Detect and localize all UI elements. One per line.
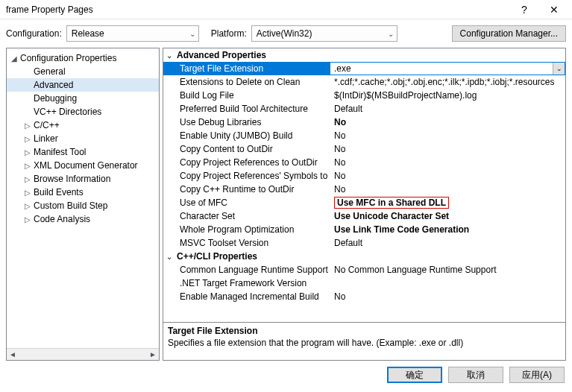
tree-expand-icon[interactable]: ▷ [25, 121, 34, 130]
property-value[interactable]: Use MFC in a Shared DLL [330, 196, 565, 209]
tree-item[interactable]: General [7, 65, 159, 78]
tree-expand-icon[interactable]: ▷ [25, 189, 34, 197]
cancel-button[interactable]: 取消 [448, 367, 503, 383]
property-name: Use of MFC [163, 196, 330, 209]
tree-item[interactable]: ▷Linker [7, 132, 159, 145]
tree-item[interactable]: ▷Manifest Tool [7, 145, 159, 159]
description-title: Target File Extension [168, 326, 561, 336]
tree-root[interactable]: ◢ Configuration Properties [7, 51, 159, 65]
property-grid[interactable]: ⌄Advanced PropertiesTarget File Extensio… [163, 48, 566, 323]
ok-button[interactable]: 确定 [387, 367, 442, 383]
config-manager-button[interactable]: Configuration Manager... [452, 25, 566, 42]
property-row[interactable]: Common Language Runtime SupportNo Common… [163, 263, 565, 276]
property-row[interactable]: Use Debug LibrariesNo [163, 116, 565, 129]
group-collapse-icon[interactable]: ⌄ [166, 253, 177, 261]
tree-expand-icon[interactable]: ▷ [25, 148, 34, 157]
tree-item-label: Build Events [34, 187, 84, 197]
config-value: Release [72, 28, 104, 39]
tree-h-scrollbar[interactable]: ◄ ► [7, 348, 159, 360]
tree-item-label: Code Analysis [34, 214, 90, 224]
chevron-down-icon: ⌄ [189, 30, 195, 38]
property-row[interactable]: .NET Target Framework Version [163, 276, 565, 290]
property-value[interactable]: *.cdf;*.cache;*.obj;*.obj.enc;*.ilk;*.ip… [330, 75, 565, 89]
property-value[interactable]: Use Unicode Character Set [330, 209, 565, 223]
property-row[interactable]: Copy Content to OutDirNo [163, 142, 565, 156]
tree-expand-icon[interactable]: ▷ [25, 162, 34, 170]
group-header[interactable]: ⌄C++/CLI Properties [163, 250, 565, 263]
close-button[interactable]: ✕ [539, 0, 569, 19]
tree-expand-icon[interactable]: ▷ [25, 135, 34, 143]
tree-item[interactable]: ▷Browse Information [7, 172, 159, 186]
tree-pane: ◢ Configuration Properties GeneralAdvanc… [6, 48, 160, 361]
property-value[interactable]: No [330, 142, 565, 156]
tree-collapse-icon[interactable]: ◢ [11, 54, 20, 63]
property-name: Preferred Build Tool Architecture [163, 102, 330, 116]
tree-item[interactable]: ▷Build Events [7, 186, 159, 199]
property-name: Enable Managed Incremental Build [163, 290, 330, 303]
property-value[interactable]: No [330, 169, 565, 183]
property-row[interactable]: Copy Project References to OutDirNo [163, 156, 565, 169]
property-name: Extensions to Delete on Clean [163, 75, 330, 89]
property-row[interactable]: Enable Managed Incremental BuildNo [163, 290, 565, 303]
property-name: Whole Program Optimization [163, 223, 330, 236]
tree-item-label: General [34, 66, 66, 77]
config-bar: Configuration: Release ⌄ Platform: Activ… [0, 19, 572, 48]
tree-item-label: Advanced [34, 80, 73, 90]
description-pane: Target File Extension Specifies a file e… [163, 323, 566, 361]
property-value[interactable] [330, 276, 565, 290]
config-dropdown[interactable]: Release ⌄ [66, 25, 199, 42]
tree-item[interactable]: ▷Custom Build Step [7, 199, 159, 212]
property-name: Use Debug Libraries [163, 116, 330, 129]
config-tree[interactable]: ◢ Configuration Properties GeneralAdvanc… [7, 48, 159, 348]
group-header[interactable]: ⌄Advanced Properties [163, 48, 565, 62]
property-row[interactable]: Enable Unity (JUMBO) BuildNo [163, 129, 565, 142]
property-row[interactable]: Target File Extension.exe⌄ [163, 62, 565, 75]
tree-item-label: C/C++ [34, 120, 60, 130]
tree-item[interactable]: ▷XML Document Generator [7, 159, 159, 172]
property-name: Copy Project References' Symbols to OutD… [163, 169, 330, 183]
property-name: .NET Target Framework Version [163, 276, 330, 290]
tree-item[interactable]: VC++ Directories [7, 105, 159, 118]
property-value[interactable]: No Common Language Runtime Support [330, 263, 565, 276]
group-collapse-icon[interactable]: ⌄ [166, 51, 177, 60]
property-name: Character Set [163, 209, 330, 223]
help-button[interactable]: ? [509, 0, 539, 19]
platform-label: Platform: [211, 28, 247, 39]
scroll-left-icon[interactable]: ◄ [7, 349, 19, 360]
property-value[interactable]: No [330, 156, 565, 169]
property-value[interactable]: No [330, 183, 565, 196]
property-row[interactable]: Extensions to Delete on Clean*.cdf;*.cac… [163, 75, 565, 89]
scroll-right-icon[interactable]: ► [147, 349, 159, 360]
property-name: Copy Project References to OutDir [163, 156, 330, 169]
property-row[interactable]: Copy C++ Runtime to OutDirNo [163, 183, 565, 196]
window-title: frame Property Pages [6, 4, 509, 15]
property-row[interactable]: Copy Project References' Symbols to OutD… [163, 169, 565, 183]
property-row[interactable]: Whole Program OptimizationUse Link Time … [163, 223, 565, 236]
chevron-down-icon: ⌄ [388, 30, 394, 38]
property-row[interactable]: Preferred Build Tool ArchitectureDefault [163, 102, 565, 116]
property-value[interactable]: Use Link Time Code Generation [330, 223, 565, 236]
property-value[interactable]: Default [330, 236, 565, 250]
property-value[interactable]: No [330, 129, 565, 142]
property-row[interactable]: MSVC Toolset VersionDefault [163, 236, 565, 250]
chevron-down-icon[interactable]: ⌄ [553, 63, 565, 75]
tree-item-label: VC++ Directories [34, 107, 101, 117]
tree-item[interactable]: Advanced [7, 78, 159, 92]
tree-item[interactable]: ▷C/C++ [7, 118, 159, 132]
property-row[interactable]: Build Log File$(IntDir)$(MSBuildProjectN… [163, 89, 565, 102]
property-value[interactable]: .exe⌄ [330, 62, 565, 75]
property-value[interactable]: Default [330, 102, 565, 116]
property-row[interactable]: Character SetUse Unicode Character Set [163, 209, 565, 223]
tree-item-label: Debugging [34, 93, 77, 104]
tree-item[interactable]: ▷Code Analysis [7, 212, 159, 226]
property-value[interactable]: No [330, 290, 565, 303]
apply-button[interactable]: 应用(A) [509, 367, 565, 383]
property-row[interactable]: Use of MFCUse MFC in a Shared DLL [163, 196, 565, 209]
property-value[interactable]: $(IntDir)$(MSBuildProjectName).log [330, 89, 565, 102]
property-value[interactable]: No [330, 116, 565, 129]
tree-item[interactable]: Debugging [7, 92, 159, 105]
tree-expand-icon[interactable]: ▷ [25, 215, 34, 224]
tree-expand-icon[interactable]: ▷ [25, 202, 34, 210]
platform-dropdown[interactable]: Active(Win32) ⌄ [251, 25, 397, 42]
tree-expand-icon[interactable]: ▷ [25, 175, 34, 183]
